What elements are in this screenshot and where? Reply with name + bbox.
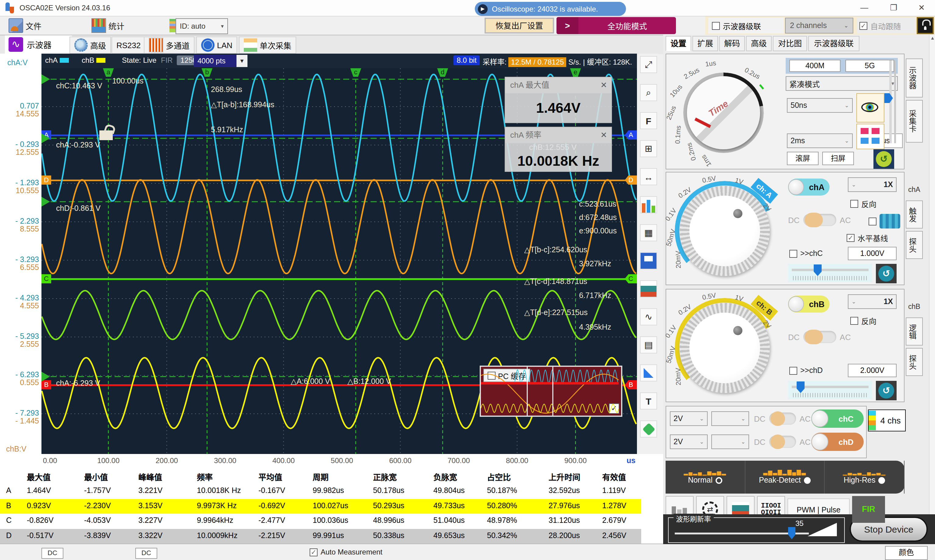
acq-mode-normal[interactable]: ▂▄▂▄▁▅▃▅▂Normal <box>665 461 745 494</box>
table-row-D[interactable]: D-0.517V-3.839V3.322V10.0009kHz-2.215V99… <box>0 529 641 543</box>
eye-button[interactable] <box>856 93 884 123</box>
oscilloscope-tab[interactable]: 示波器 <box>5 35 72 54</box>
auto-follow-checkbox[interactable]: ✓ 自动跟随 <box>857 18 915 34</box>
cha-position-slider[interactable] <box>788 264 872 282</box>
side-tab-oscilloscope[interactable]: 示波器 <box>906 58 923 97</box>
f-icon[interactable]: F <box>640 112 657 129</box>
coupling-indicator-b[interactable]: DC <box>135 548 157 559</box>
scrollbar-up-icon[interactable]: ▲ <box>929 35 935 42</box>
device-id-select[interactable]: ID: auto▾ <box>176 18 228 34</box>
fullscreen-icon[interactable]: ⤢ <box>640 56 657 73</box>
lock-button[interactable] <box>917 17 934 34</box>
image-icon[interactable] <box>640 280 657 297</box>
side-tab-trigger[interactable]: 触发 <box>906 200 923 229</box>
panel-tab-4[interactable]: 对比图 <box>773 36 807 51</box>
measurement-popup-max[interactable]: chA 最大值✕ 1.464V <box>505 77 612 123</box>
table-row-A[interactable]: A1.464V-1.757V3.221V10.0018K Hz-0.167V99… <box>0 484 641 499</box>
timebase-fine-select[interactable]: 50ns⌄ <box>787 98 853 113</box>
display-mode-select[interactable]: 紧凑模式▾ <box>786 76 898 91</box>
chb-coupling-toggle[interactable]: DC AC <box>788 331 851 343</box>
cursor-lock-handle[interactable] <box>99 131 113 140</box>
memory-depth-select[interactable]: 4000 pts▼ <box>194 55 248 67</box>
acq-mode-high-res[interactable]: ▁▃▂▃▁▄▂▃▁High-Res <box>825 461 904 494</box>
pc-buffer-overlay[interactable]: PC 缓存 ✓ <box>480 366 622 417</box>
scope-display[interactable]: chA chB State: Live FIR 12500 Pts 4000 p… <box>42 54 637 454</box>
rs232-button[interactable]: RS232 <box>111 37 146 54</box>
panel-scrollbar[interactable]: ▲ ▼ <box>929 35 935 544</box>
tag-icon[interactable] <box>640 420 657 437</box>
bandwidth-400m-button[interactable]: 400M <box>789 60 841 72</box>
panel-tab-settings[interactable]: 设置 <box>665 36 691 51</box>
ruler-icon[interactable] <box>640 365 657 382</box>
cha-wave-checkbox[interactable] <box>869 214 900 229</box>
ref-arrow-icon[interactable] <box>42 134 50 143</box>
advanced-button[interactable]: 高级 <box>69 37 111 54</box>
measurement-popup-freq[interactable]: chA 频率✕ 10.0018K Hz <box>505 127 612 172</box>
chb-position-slider[interactable] <box>788 381 872 399</box>
channels-select[interactable]: 2 channels⌄ <box>785 18 853 34</box>
auto-measurement-checkbox[interactable]: ✓ Auto Measurement <box>310 548 382 556</box>
side-tab-probe-b[interactable]: 探头 <box>906 348 923 376</box>
cha-enable-toggle[interactable]: chA <box>788 178 830 195</box>
chb-invert-checkbox[interactable]: 反向 <box>850 315 876 327</box>
ref-arrow-icon[interactable] <box>42 74 50 84</box>
sweep-mode-button[interactable]: 扫屏 <box>822 152 854 165</box>
panel-tab-3[interactable]: 高级 <box>746 36 772 51</box>
channel-flag-left-B[interactable]: B <box>42 380 51 389</box>
zoom-icon[interactable]: ⌕ <box>640 84 657 101</box>
t-icon[interactable]: T <box>640 392 657 409</box>
timebase-reset-button[interactable]: ↺ <box>873 149 894 169</box>
channel-flag-left-C[interactable]: C <box>42 274 51 283</box>
multichannel-button[interactable]: 多通道 <box>144 37 194 54</box>
chb-enable-toggle[interactable]: chB <box>788 295 830 312</box>
file-menu[interactable]: 文件 <box>9 17 42 34</box>
fir-filter-button[interactable]: FIR <box>852 496 885 523</box>
histogram-icon[interactable] <box>640 196 657 213</box>
chc-coupling-toggle[interactable]: DC AC <box>754 412 811 425</box>
time-knob[interactable]: Time <box>687 76 760 149</box>
chd-enable-toggle[interactable]: chD <box>811 433 864 451</box>
stats-menu[interactable]: 统计 <box>91 17 124 34</box>
maximize-button[interactable]: ❐ <box>880 0 907 15</box>
restore-factory-button[interactable]: 恢复出厂设置 <box>485 18 554 34</box>
chb-probe-mult-select[interactable]: ⌄1X <box>848 294 896 309</box>
grid-x-icon[interactable]: ▦ <box>640 224 657 241</box>
chd-probe-select[interactable]: ⌄ <box>711 434 749 449</box>
table-row-B[interactable]: B0.923V-2.230V3.153V9.9973K Hz-0.692V100… <box>0 499 641 514</box>
side-tab-capture-card[interactable]: 采集卡 <box>906 100 923 143</box>
side-tab-probe-a[interactable]: 探头 <box>906 231 923 259</box>
refresh-slider-thumb[interactable] <box>788 527 795 539</box>
cascade-checkbox[interactable]: 示波器级联 <box>708 18 784 34</box>
minimize-button[interactable]: — <box>851 0 878 15</box>
chd-coupling-toggle[interactable]: DC AC <box>754 436 811 448</box>
cha-probe-mult-select[interactable]: ⌄1X <box>848 177 896 192</box>
play-icon[interactable]: ▶ <box>478 4 488 14</box>
panel-tab-5[interactable]: 示波器级联 <box>808 36 860 51</box>
cha-invert-checkbox[interactable]: 反向 <box>850 198 876 209</box>
bandwidth-5g-button[interactable]: 5G <box>846 60 894 72</box>
panel-tab-2[interactable]: 解码 <box>719 36 745 51</box>
single-capture-button[interactable]: 单次采集 <box>239 37 296 54</box>
coupling-indicator-a[interactable]: DC <box>42 548 63 559</box>
acq-mode-peak-detect[interactable]: ▃▆▃▇▂▇▄▇▃Peak-Detect <box>745 461 825 494</box>
color-button[interactable]: 颜色 <box>885 546 928 560</box>
timebase-coarse-select[interactable]: 2ms⌄ <box>787 134 853 148</box>
close-icon[interactable]: ✕ <box>601 127 607 143</box>
cha-reset-button[interactable]: ↺ <box>876 264 896 283</box>
chc-probe-select[interactable]: ⌄ <box>711 411 749 426</box>
cha-coupling-toggle[interactable]: DC AC <box>788 214 851 226</box>
ref-arrow-icon[interactable] <box>42 197 50 206</box>
close-button[interactable]: ✕ <box>908 0 935 15</box>
chb-link-chd-checkbox[interactable]: >>chD <box>789 366 823 375</box>
table-row-C[interactable]: C-0.826V-4.053V3.227V9.9964kHz-2.477V100… <box>0 514 641 529</box>
wave-icon[interactable]: ∿ <box>640 308 657 325</box>
cursor-pair-button[interactable] <box>856 124 884 149</box>
side-tab-logic[interactable]: 逻辑 <box>906 317 923 346</box>
chc-volt-select[interactable]: 2V⌄ <box>670 411 708 426</box>
cha-baseline-checkbox[interactable]: ✓水平基线 <box>847 232 888 244</box>
channel-flag-left-D[interactable]: D <box>42 175 51 185</box>
h-arrows-icon[interactable]: ↔ <box>640 168 657 185</box>
chc-enable-toggle[interactable]: chC <box>811 409 864 428</box>
full-function-mode-button[interactable]: > 全功能模式 <box>556 17 676 34</box>
save-icon[interactable] <box>640 252 657 269</box>
